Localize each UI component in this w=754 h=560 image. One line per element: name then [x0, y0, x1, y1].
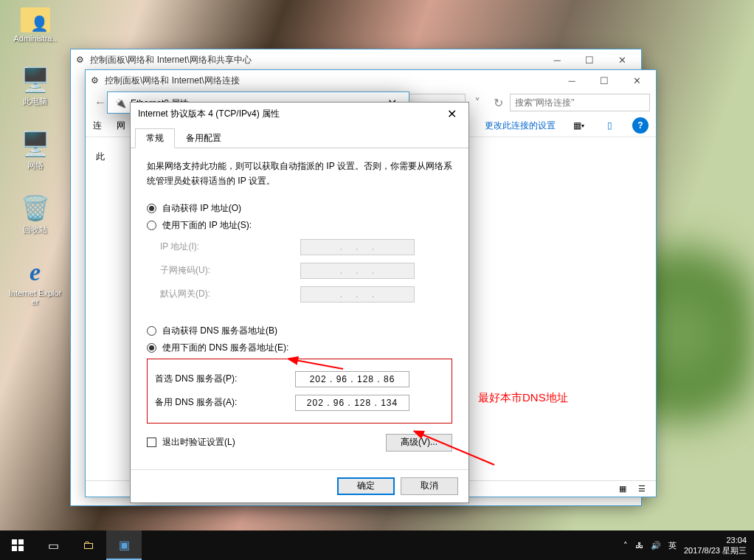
minimize-button[interactable]: ─	[556, 70, 588, 91]
ip-address-input: . . .	[300, 239, 415, 255]
window-title: 控制面板\网络和 Internet\网络连接	[105, 75, 240, 87]
toolbar-label: 网	[117, 120, 125, 132]
close-button[interactable]: ✕	[606, 49, 638, 70]
control-panel-icon: ⚙	[74, 54, 86, 66]
clock-date: 2017/8/23 星期三	[684, 545, 747, 556]
annotation-text: 最好本市DNS地址	[478, 391, 568, 405]
tray-up-icon[interactable]: ˄	[623, 541, 628, 550]
help-icon[interactable]: ?	[632, 117, 648, 134]
dns-highlight-box: 首选 DNS 服务器(P): 202 . 96 . 128 . 86 备用 DN…	[147, 359, 452, 424]
gateway-label: 默认网关(D):	[160, 288, 300, 300]
ie-icon: e	[21, 257, 50, 287]
taskbar: ▭ 🗀 ▣ ˄ 🖧 🔊 英 23:04 2017/8/23 星期三	[0, 530, 754, 560]
desktop-icon-label: 回收站	[23, 224, 47, 235]
subnet-label: 子网掩码(U):	[160, 264, 300, 277]
radio-label: 使用下面的 DNS 服务器地址(E):	[162, 342, 288, 354]
gateway-input: . . .	[300, 286, 415, 303]
tab-general[interactable]: 常规	[135, 128, 175, 148]
close-button[interactable]: ✕	[443, 107, 461, 121]
pc-icon: 🖥️	[21, 65, 50, 94]
desktop-icon-label: 网络	[27, 160, 44, 171]
desktop-icons: 👤 Administra.. 🖥️ 此电脑 🖥️ 网络 🗑️ 回收站 e Int…	[7, 7, 63, 306]
start-button[interactable]	[0, 530, 35, 560]
folder-user-icon: 👤	[21, 7, 50, 32]
titlebar[interactable]: ⚙ 控制面板\网络和 Internet\网络和共享中心 ─ ☐ ✕	[71, 49, 641, 70]
network-icon: 🖥️	[21, 129, 50, 159]
desktop-icon-label: 此电脑	[23, 96, 47, 107]
maximize-button[interactable]: ☐	[588, 70, 620, 91]
desktop-icon-network[interactable]: 🖥️ 网络	[7, 129, 63, 171]
description-text: 如果网络支持此功能，则可以获取自动指派的 IP 设置。否则，你需要从网络系统管理…	[147, 159, 452, 189]
recycle-bin-icon: 🗑️	[21, 193, 50, 223]
dns-primary-input[interactable]: 202 . 96 . 128 . 86	[295, 371, 409, 387]
tray-network-icon[interactable]: 🖧	[635, 541, 643, 550]
desktop-icon-admin[interactable]: 👤 Administra..	[7, 7, 63, 43]
preview-icon[interactable]: ▯	[601, 117, 618, 134]
checkbox-icon	[147, 438, 156, 447]
desktop-icon-pc[interactable]: 🖥️ 此电脑	[7, 65, 63, 107]
dns-alt-label: 备用 DNS 服务器(A):	[155, 396, 295, 409]
search-input[interactable]	[510, 94, 650, 111]
radio-icon	[147, 221, 156, 230]
control-panel-icon: ⚙	[89, 75, 100, 86]
toolbar-label: 连	[93, 120, 102, 132]
radio-label: 自动获得 IP 地址(O)	[162, 202, 241, 215]
refresh-button[interactable]: ↻	[489, 94, 507, 111]
tab-alternate[interactable]: 备用配置	[175, 128, 232, 148]
task-view-button[interactable]: ▭	[35, 530, 71, 560]
tray-ime[interactable]: 英	[668, 540, 677, 551]
svg-rect-4	[12, 546, 17, 551]
radio-dns-auto[interactable]: 自动获得 DNS 服务器地址(B)	[147, 325, 452, 337]
svg-rect-3	[18, 539, 24, 545]
ipv4-properties-dialog: Internet 协议版本 4 (TCP/IPv4) 属性 ✕ 常规 备用配置 …	[130, 102, 469, 503]
svg-rect-2	[12, 539, 17, 545]
desktop-icon-label: Administra..	[13, 34, 56, 43]
radio-ip-auto[interactable]: 自动获得 IP 地址(O)	[147, 202, 452, 215]
subnet-input: . . .	[300, 263, 415, 279]
dns-primary-label: 首选 DNS 服务器(P):	[155, 373, 295, 385]
network-adapter-icon: 🔌	[115, 98, 126, 108]
clock-time: 23:04	[684, 535, 747, 545]
content-label: 此	[96, 151, 105, 162]
radio-icon	[147, 326, 156, 336]
taskbar-app[interactable]: ▣	[106, 530, 142, 560]
dns-alt-input[interactable]: 202 . 96 . 128 . 134	[295, 395, 409, 411]
taskbar-explorer[interactable]: 🗀	[71, 530, 106, 560]
cancel-button[interactable]: 取消	[401, 477, 458, 495]
checkbox-label: 退出时验证设置(L)	[162, 436, 235, 449]
advanced-button[interactable]: 高级(V)...	[386, 434, 452, 452]
maximize-button[interactable]: ☐	[573, 49, 606, 70]
radio-label: 使用下面的 IP 地址(S):	[162, 219, 252, 232]
dropdown-icon[interactable]: ˅	[468, 94, 486, 111]
view-details-icon[interactable]: ☰	[634, 481, 650, 497]
desktop-icon-label: Internet Explorer	[7, 288, 63, 306]
dialog-titlebar[interactable]: Internet 协议版本 4 (TCP/IPv4) 属性 ✕	[131, 103, 468, 125]
window-title: 控制面板\网络和 Internet\网络和共享中心	[90, 54, 252, 66]
tray-volume-icon[interactable]: 🔊	[651, 541, 661, 550]
minimize-button[interactable]: ─	[541, 49, 573, 70]
titlebar[interactable]: ⚙ 控制面板\网络和 Internet\网络连接 ─ ☐ ✕	[86, 70, 656, 91]
svg-rect-5	[18, 546, 24, 551]
exit-verify-checkbox[interactable]: 退出时验证设置(L)	[147, 436, 235, 449]
close-button[interactable]: ✕	[620, 70, 653, 91]
radio-dns-manual[interactable]: 使用下面的 DNS 服务器地址(E):	[147, 342, 452, 354]
tray-clock[interactable]: 23:04 2017/8/23 星期三	[684, 535, 747, 556]
tab-strip: 常规 备用配置	[131, 125, 468, 148]
radio-icon	[147, 343, 156, 353]
radio-icon	[147, 204, 156, 213]
radio-ip-manual[interactable]: 使用下面的 IP 地址(S):	[147, 219, 452, 232]
view-large-icon[interactable]: ▦	[615, 481, 631, 497]
desktop-icon-ie[interactable]: e Internet Explorer	[7, 257, 63, 306]
ip-address-label: IP 地址(I):	[160, 241, 300, 253]
dialog-title: Internet 协议版本 4 (TCP/IPv4) 属性	[138, 108, 280, 120]
ok-button[interactable]: 确定	[337, 477, 395, 495]
change-settings-link[interactable]: 更改此连接的设置	[485, 120, 556, 132]
view-icon[interactable]: ▦▾	[570, 117, 587, 134]
radio-label: 自动获得 DNS 服务器地址(B)	[162, 325, 277, 337]
desktop-icon-recycle[interactable]: 🗑️ 回收站	[7, 193, 63, 235]
